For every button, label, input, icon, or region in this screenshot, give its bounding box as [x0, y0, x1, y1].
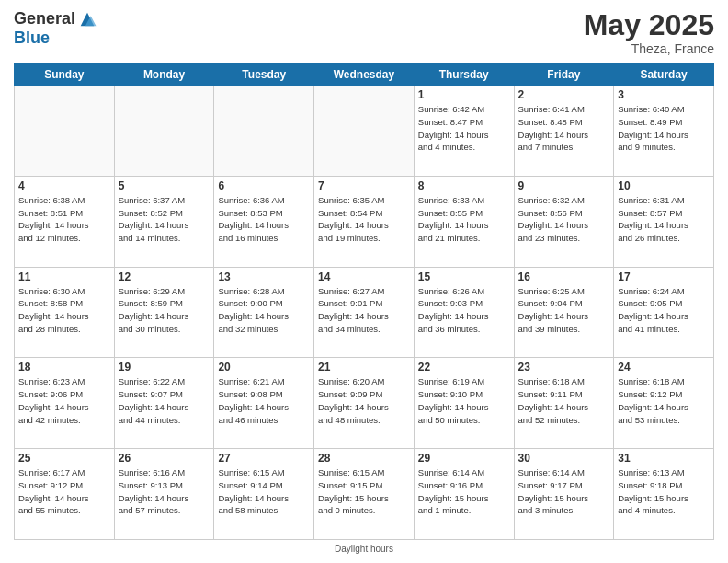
- day-number: 11: [18, 270, 110, 283]
- title-area: May 2025 Theza, France: [584, 9, 714, 56]
- calendar-cell-w5-d6: 30Sunrise: 6:14 AM Sunset: 9:17 PM Dayli…: [514, 449, 614, 540]
- calendar-cell-w5-d3: 27Sunrise: 6:15 AM Sunset: 9:14 PM Dayli…: [214, 449, 314, 540]
- calendar-cell-w4-d5: 22Sunrise: 6:19 AM Sunset: 9:10 PM Dayli…: [414, 358, 514, 449]
- calendar-cell-w1-d6: 2Sunrise: 6:41 AM Sunset: 8:48 PM Daylig…: [514, 86, 614, 177]
- col-monday: Monday: [114, 64, 214, 86]
- day-number: 22: [418, 361, 510, 373]
- day-number: 4: [18, 179, 110, 192]
- calendar-table: Sunday Monday Tuesday Wednesday Thursday…: [14, 63, 714, 540]
- day-number: 30: [518, 452, 610, 465]
- day-number: 29: [418, 452, 510, 465]
- calendar-cell-w4-d2: 19Sunrise: 6:22 AM Sunset: 9:07 PM Dayli…: [114, 358, 214, 449]
- day-number: 6: [218, 179, 310, 192]
- day-info: Sunrise: 6:31 AM Sunset: 8:57 PM Dayligh…: [618, 194, 710, 245]
- calendar-cell-w3-d3: 13Sunrise: 6:28 AM Sunset: 9:00 PM Dayli…: [214, 267, 314, 358]
- day-info: Sunrise: 6:40 AM Sunset: 8:49 PM Dayligh…: [618, 103, 710, 154]
- calendar-cell-w3-d2: 12Sunrise: 6:29 AM Sunset: 8:59 PM Dayli…: [114, 267, 214, 358]
- day-info: Sunrise: 6:41 AM Sunset: 8:48 PM Dayligh…: [518, 103, 610, 154]
- day-info: Sunrise: 6:29 AM Sunset: 8:59 PM Dayligh…: [119, 285, 210, 336]
- day-info: Sunrise: 6:15 AM Sunset: 9:14 PM Dayligh…: [218, 466, 310, 517]
- calendar-cell-w3-d1: 11Sunrise: 6:30 AM Sunset: 8:58 PM Dayli…: [15, 267, 115, 358]
- day-info: Sunrise: 6:35 AM Sunset: 8:54 PM Dayligh…: [318, 194, 410, 245]
- day-info: Sunrise: 6:19 AM Sunset: 9:10 PM Dayligh…: [418, 375, 510, 426]
- calendar-cell-w1-d2: [114, 86, 214, 177]
- day-number: 15: [418, 270, 510, 283]
- day-number: 10: [618, 179, 710, 192]
- col-saturday: Saturday: [614, 64, 714, 86]
- day-info: Sunrise: 6:15 AM Sunset: 9:15 PM Dayligh…: [318, 466, 410, 517]
- day-number: 25: [18, 452, 110, 465]
- day-info: Sunrise: 6:20 AM Sunset: 9:09 PM Dayligh…: [318, 375, 410, 426]
- calendar-cell-w3-d4: 14Sunrise: 6:27 AM Sunset: 9:01 PM Dayli…: [314, 267, 415, 358]
- calendar-cell-w4-d6: 23Sunrise: 6:18 AM Sunset: 9:11 PM Dayli…: [514, 358, 614, 449]
- day-info: Sunrise: 6:22 AM Sunset: 9:07 PM Dayligh…: [119, 375, 210, 426]
- calendar-header-row: Sunday Monday Tuesday Wednesday Thursday…: [15, 64, 714, 86]
- day-number: 1: [418, 88, 510, 101]
- calendar-cell-w5-d7: 31Sunrise: 6:13 AM Sunset: 9:18 PM Dayli…: [614, 449, 714, 540]
- col-thursday: Thursday: [414, 64, 514, 86]
- footer: Daylight hours: [14, 544, 714, 554]
- day-info: Sunrise: 6:23 AM Sunset: 9:06 PM Dayligh…: [18, 375, 110, 426]
- calendar-cell-w4-d4: 21Sunrise: 6:20 AM Sunset: 9:09 PM Dayli…: [314, 358, 415, 449]
- day-info: Sunrise: 6:17 AM Sunset: 9:12 PM Dayligh…: [18, 466, 110, 517]
- col-friday: Friday: [514, 64, 614, 86]
- day-number: 7: [318, 179, 410, 192]
- location-text: Theza, France: [584, 41, 714, 56]
- day-number: 31: [618, 452, 710, 465]
- day-info: Sunrise: 6:14 AM Sunset: 9:16 PM Dayligh…: [418, 466, 510, 517]
- calendar-cell-w4-d3: 20Sunrise: 6:21 AM Sunset: 9:08 PM Dayli…: [214, 358, 314, 449]
- day-number: 21: [318, 361, 410, 373]
- day-info: Sunrise: 6:37 AM Sunset: 8:52 PM Dayligh…: [119, 194, 210, 245]
- calendar-cell-w5-d5: 29Sunrise: 6:14 AM Sunset: 9:16 PM Dayli…: [414, 449, 514, 540]
- day-number: 26: [119, 452, 210, 465]
- daylight-label: Daylight hours: [335, 544, 393, 554]
- day-info: Sunrise: 6:18 AM Sunset: 9:12 PM Dayligh…: [618, 375, 710, 426]
- day-number: 5: [119, 179, 210, 192]
- calendar-cell-w3-d5: 15Sunrise: 6:26 AM Sunset: 9:03 PM Dayli…: [414, 267, 514, 358]
- calendar-cell-w5-d1: 25Sunrise: 6:17 AM Sunset: 9:12 PM Dayli…: [15, 449, 115, 540]
- logo-blue: Blue: [14, 29, 97, 48]
- logo: General Blue: [14, 9, 97, 48]
- day-info: Sunrise: 6:24 AM Sunset: 9:05 PM Dayligh…: [618, 285, 710, 336]
- page: General Blue May 2025 Theza, France Sund…: [0, 0, 728, 563]
- day-info: Sunrise: 6:13 AM Sunset: 9:18 PM Dayligh…: [618, 466, 710, 517]
- calendar-cell-w2-d6: 9Sunrise: 6:32 AM Sunset: 8:56 PM Daylig…: [514, 176, 614, 267]
- day-number: 2: [518, 88, 610, 101]
- calendar-cell-w1-d3: [214, 86, 314, 177]
- day-number: 18: [18, 361, 110, 373]
- day-number: 20: [218, 361, 310, 373]
- day-info: Sunrise: 6:25 AM Sunset: 9:04 PM Dayligh…: [518, 285, 610, 336]
- calendar-cell-w2-d7: 10Sunrise: 6:31 AM Sunset: 8:57 PM Dayli…: [614, 176, 714, 267]
- calendar-week-4: 18Sunrise: 6:23 AM Sunset: 9:06 PM Dayli…: [15, 358, 714, 449]
- day-number: 16: [518, 270, 610, 283]
- calendar-cell-w5-d4: 28Sunrise: 6:15 AM Sunset: 9:15 PM Dayli…: [314, 449, 415, 540]
- day-info: Sunrise: 6:36 AM Sunset: 8:53 PM Dayligh…: [218, 194, 310, 245]
- day-number: 3: [618, 88, 710, 101]
- header: General Blue May 2025 Theza, France: [14, 9, 714, 56]
- calendar-cell-w2-d1: 4Sunrise: 6:38 AM Sunset: 8:51 PM Daylig…: [15, 176, 115, 267]
- logo-general: General: [14, 10, 75, 29]
- calendar-week-5: 25Sunrise: 6:17 AM Sunset: 9:12 PM Dayli…: [15, 449, 714, 540]
- day-number: 13: [218, 270, 310, 283]
- month-year-title: May 2025: [584, 9, 714, 41]
- calendar-cell-w4-d7: 24Sunrise: 6:18 AM Sunset: 9:12 PM Dayli…: [614, 358, 714, 449]
- calendar-cell-w1-d4: [314, 86, 415, 177]
- logo-text: General Blue: [14, 9, 97, 48]
- calendar-week-2: 4Sunrise: 6:38 AM Sunset: 8:51 PM Daylig…: [15, 176, 714, 267]
- logo-icon: [77, 9, 97, 29]
- day-info: Sunrise: 6:26 AM Sunset: 9:03 PM Dayligh…: [418, 285, 510, 336]
- day-number: 9: [518, 179, 610, 192]
- day-info: Sunrise: 6:18 AM Sunset: 9:11 PM Dayligh…: [518, 375, 610, 426]
- col-tuesday: Tuesday: [214, 64, 314, 86]
- day-number: 27: [218, 452, 310, 465]
- day-number: 12: [119, 270, 210, 283]
- day-number: 14: [318, 270, 410, 283]
- day-number: 17: [618, 270, 710, 283]
- day-number: 28: [318, 452, 410, 465]
- day-info: Sunrise: 6:32 AM Sunset: 8:56 PM Dayligh…: [518, 194, 610, 245]
- day-number: 19: [119, 361, 210, 373]
- calendar-cell-w1-d7: 3Sunrise: 6:40 AM Sunset: 8:49 PM Daylig…: [614, 86, 714, 177]
- calendar-week-1: 1Sunrise: 6:42 AM Sunset: 8:47 PM Daylig…: [15, 86, 714, 177]
- calendar-cell-w2-d2: 5Sunrise: 6:37 AM Sunset: 8:52 PM Daylig…: [114, 176, 214, 267]
- calendar-cell-w3-d7: 17Sunrise: 6:24 AM Sunset: 9:05 PM Dayli…: [614, 267, 714, 358]
